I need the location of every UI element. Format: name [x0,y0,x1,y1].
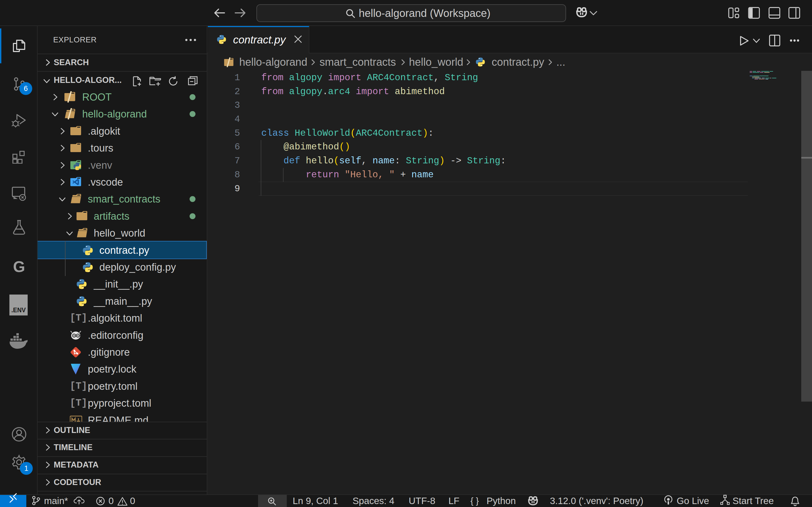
svg-text:G: G [13,259,25,275]
